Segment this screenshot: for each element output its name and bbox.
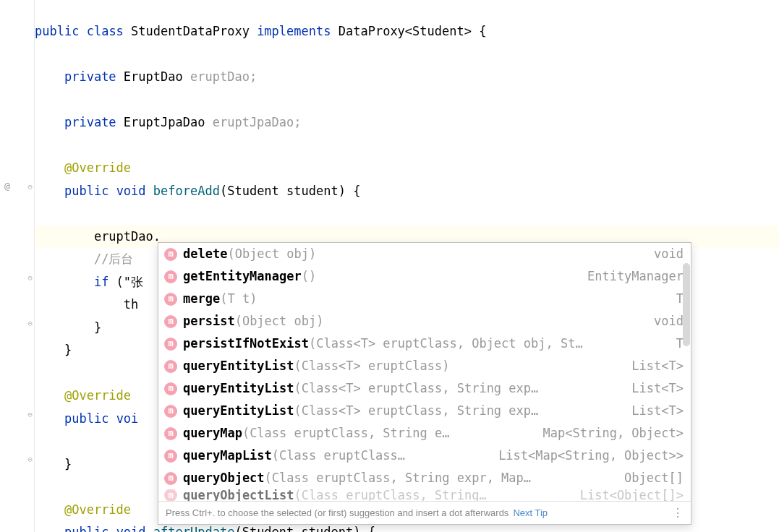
fold-icon[interactable]: ⊖ bbox=[27, 410, 33, 419]
method-icon: m bbox=[164, 248, 177, 261]
method-icon: m bbox=[164, 270, 177, 283]
completion-return-type: void bbox=[654, 245, 684, 263]
completion-footer: Press Ctrl+. to choose the selected (or … bbox=[158, 501, 691, 524]
completion-return-type: EntityManager bbox=[587, 267, 684, 286]
completion-item[interactable]: mqueryEntityList(Class<T> eruptClass)Lis… bbox=[158, 355, 691, 377]
completion-item[interactable]: mqueryMapList(Class eruptClass…List<Map<… bbox=[158, 445, 691, 467]
fold-icon[interactable]: ⊖ bbox=[27, 182, 33, 192]
popup-scrollbar[interactable] bbox=[682, 243, 691, 501]
method-icon: m bbox=[164, 293, 177, 306]
method-icon: m bbox=[164, 489, 177, 501]
completion-signature: delete(Object obj) bbox=[183, 245, 316, 263]
completion-return-type: List<Map<String, Object>> bbox=[498, 447, 684, 465]
completion-return-type: void bbox=[654, 312, 684, 330]
completion-signature: persist(Object obj) bbox=[183, 312, 323, 330]
completion-signature: persistIfNotExist(Class<T> eruptClass, O… bbox=[183, 335, 583, 353]
completion-signature: queryEntityList(Class<T> eruptClass, Str… bbox=[183, 379, 538, 398]
fold-icon[interactable]: ⊖ bbox=[27, 455, 33, 464]
completion-return-type: List<T> bbox=[631, 357, 684, 375]
completion-signature: queryEntityList(Class<T> eruptClass, Str… bbox=[183, 402, 538, 420]
completion-signature: merge(T t) bbox=[183, 290, 257, 308]
method-icon: m bbox=[164, 450, 177, 463]
fold-icon[interactable]: ⊖ bbox=[27, 319, 33, 328]
completion-signature: queryObjectList(Class eruptClass, String… bbox=[183, 489, 487, 501]
completion-item[interactable]: mpersistIfNotExist(Class<T> eruptClass, … bbox=[158, 332, 691, 355]
completion-signature: queryEntityList(Class<T> eruptClass) bbox=[183, 357, 449, 375]
completion-signature: getEntityManager() bbox=[183, 267, 316, 286]
completion-item[interactable]: mmerge(T t)T bbox=[158, 288, 691, 310]
fold-icon[interactable]: ⊖ bbox=[27, 273, 33, 283]
method-icon: m bbox=[164, 405, 177, 418]
completion-signature: queryObject(Class eruptClass, String exp… bbox=[183, 469, 531, 487]
more-options-icon[interactable]: ⋮ bbox=[672, 506, 684, 520]
completion-item[interactable]: mpersist(Object obj)void bbox=[158, 310, 691, 332]
method-icon: m bbox=[164, 472, 177, 485]
completion-item[interactable]: mqueryObjectList(Class eruptClass, Strin… bbox=[158, 489, 691, 501]
override-gutter-icon[interactable]: @ bbox=[4, 181, 10, 192]
completion-item[interactable]: mqueryEntityList(Class<T> eruptClass, St… bbox=[158, 400, 691, 422]
scrollbar-thumb[interactable] bbox=[683, 263, 690, 346]
completion-return-type: Map<String, Object> bbox=[543, 424, 684, 442]
completion-return-type: List<Object[]> bbox=[580, 489, 684, 501]
completion-return-type: Object[] bbox=[624, 469, 684, 487]
completion-item[interactable]: mqueryEntityList(Class<T> eruptClass, St… bbox=[158, 377, 691, 400]
completion-item[interactable]: mgetEntityManager()EntityManager bbox=[158, 265, 691, 288]
completion-hint-text: Press Ctrl+. to choose the selected (or … bbox=[166, 507, 508, 518]
completion-item[interactable]: mdelete(Object obj)void bbox=[158, 243, 691, 265]
completion-signature: queryMap(Class eruptClass, String e… bbox=[183, 424, 449, 442]
completion-list: mdelete(Object obj)voidmgetEntityManager… bbox=[158, 243, 691, 501]
method-icon: m bbox=[164, 315, 177, 328]
method-icon: m bbox=[164, 360, 177, 373]
completion-item[interactable]: mqueryObject(Class eruptClass, String ex… bbox=[158, 467, 691, 489]
method-icon: m bbox=[164, 382, 177, 395]
code-completion-popup[interactable]: mdelete(Object obj)voidmgetEntityManager… bbox=[158, 242, 691, 525]
completion-return-type: List<T> bbox=[631, 402, 684, 420]
method-icon: m bbox=[164, 427, 177, 440]
next-tip-link[interactable]: Next Tip bbox=[513, 507, 548, 518]
gutter: @ ⊖ ⊖ ⊖ ⊖ ⊖ bbox=[0, 0, 35, 532]
method-icon: m bbox=[164, 338, 177, 351]
completion-signature: queryMapList(Class eruptClass… bbox=[183, 447, 405, 465]
completion-item[interactable]: mqueryMap(Class eruptClass, String e…Map… bbox=[158, 422, 691, 445]
completion-return-type: List<T> bbox=[631, 379, 684, 398]
